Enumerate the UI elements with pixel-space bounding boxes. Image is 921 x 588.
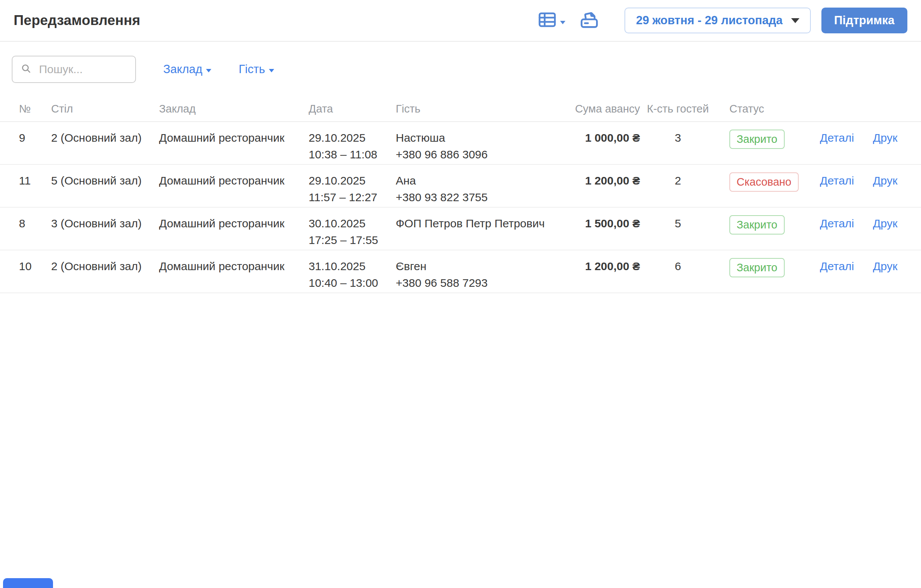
preorders-page: Передзамовлення bbox=[0, 0, 921, 588]
row-date-value: 29.10.2025 bbox=[309, 130, 396, 146]
row-actions-print: Друк bbox=[867, 173, 907, 189]
row-status: Закрито bbox=[716, 215, 805, 235]
row-guest-count: 2 bbox=[640, 173, 716, 189]
col-header-status: Статус bbox=[716, 103, 805, 115]
row-guest: Ана +380 93 822 3755 bbox=[396, 173, 564, 206]
row-guest: Євген +380 96 588 7293 bbox=[396, 258, 564, 292]
chat-widget-button[interactable] bbox=[3, 578, 53, 588]
caret-down-icon bbox=[791, 18, 799, 23]
row-date: 30.10.2025 17:25 – 17:55 bbox=[309, 215, 396, 249]
row-number: 9 bbox=[19, 130, 51, 146]
filter-venue-label: Заклад bbox=[163, 62, 202, 76]
row-venue: Домашний ресторанчик bbox=[159, 215, 309, 232]
row-amount: 1 500,00 ₴ bbox=[564, 215, 640, 232]
search-input[interactable] bbox=[38, 62, 128, 76]
row-date: 31.10.2025 10:40 – 13:00 bbox=[309, 258, 396, 292]
row-guest-count: 5 bbox=[640, 215, 716, 232]
col-header-table: Стіл bbox=[51, 103, 159, 115]
row-actions-print: Друк bbox=[867, 130, 907, 146]
row-time-range: 17:25 – 17:55 bbox=[309, 232, 396, 249]
details-link[interactable]: Деталі bbox=[820, 217, 854, 230]
row-guest-phone: +380 93 822 3755 bbox=[396, 189, 564, 206]
status-badge: Скасовано bbox=[729, 173, 799, 192]
row-number: 8 bbox=[19, 215, 51, 232]
support-button[interactable]: Підтримка bbox=[822, 8, 907, 33]
row-number: 11 bbox=[19, 173, 51, 189]
table-row: 8 3 (Основний зал) Домашний ресторанчик … bbox=[0, 208, 921, 251]
print-link[interactable]: Друк bbox=[873, 217, 898, 230]
table-view-icon bbox=[537, 10, 557, 31]
row-guest-count: 3 bbox=[640, 130, 716, 146]
support-button-label: Підтримка bbox=[834, 14, 895, 27]
row-actions-details: Деталі bbox=[805, 258, 867, 275]
filter-guest-label: Гість bbox=[239, 62, 265, 76]
col-header-amount: Сума авансу bbox=[564, 103, 640, 115]
col-header-num: № bbox=[19, 103, 51, 115]
filter-venue[interactable]: Заклад bbox=[163, 62, 211, 76]
details-link[interactable]: Деталі bbox=[820, 260, 854, 272]
row-date: 29.10.2025 10:38 – 11:08 bbox=[309, 130, 396, 163]
row-number: 10 bbox=[19, 258, 51, 275]
row-guest: ФОП Петров Петр Петрович bbox=[396, 215, 564, 232]
row-actions-print: Друк bbox=[867, 215, 907, 232]
row-table: 3 (Основний зал) bbox=[51, 215, 159, 232]
date-range-label: 29 жовтня - 29 листопада bbox=[636, 14, 783, 27]
status-badge: Закрито bbox=[729, 258, 785, 277]
table-body: 9 2 (Основний зал) Домашний ресторанчик … bbox=[0, 122, 921, 293]
table-row: 9 2 (Основний зал) Домашний ресторанчик … bbox=[0, 122, 921, 165]
row-venue: Домашний ресторанчик bbox=[159, 130, 309, 146]
chevron-down-icon bbox=[560, 21, 565, 24]
row-actions-details: Деталі bbox=[805, 173, 867, 189]
details-link[interactable]: Деталі bbox=[820, 174, 854, 187]
row-table: 2 (Основний зал) bbox=[51, 130, 159, 146]
row-table: 5 (Основний зал) bbox=[51, 173, 159, 189]
chevron-down-icon bbox=[206, 69, 211, 72]
details-link[interactable]: Деталі bbox=[820, 132, 854, 144]
filter-guest[interactable]: Гість bbox=[239, 62, 274, 76]
row-guest-name: Ана bbox=[396, 173, 564, 189]
row-date-value: 30.10.2025 bbox=[309, 215, 396, 232]
row-amount: 1 000,00 ₴ bbox=[564, 130, 640, 146]
row-guest-phone: +380 96 886 3096 bbox=[396, 146, 564, 163]
row-status: Закрито bbox=[716, 258, 805, 277]
row-actions-print: Друк bbox=[867, 258, 907, 275]
date-range-button[interactable]: 29 жовтня - 29 листопада bbox=[625, 8, 810, 33]
row-date-value: 29.10.2025 bbox=[309, 173, 396, 189]
print-link[interactable]: Друк bbox=[873, 132, 898, 144]
row-guest: Настюша +380 96 886 3096 bbox=[396, 130, 564, 163]
row-time-range: 11:57 – 12:27 bbox=[309, 189, 396, 206]
printer-icon bbox=[578, 9, 600, 32]
col-header-guests: К-сть гостей bbox=[640, 103, 716, 115]
row-table: 2 (Основний зал) bbox=[51, 258, 159, 275]
row-date-value: 31.10.2025 bbox=[309, 258, 396, 275]
table-view-button[interactable] bbox=[537, 10, 565, 31]
table-header-row: № Стіл Заклад Дата Гість Сума авансу К-с… bbox=[0, 97, 921, 122]
print-link[interactable]: Друк bbox=[873, 260, 898, 272]
row-venue: Домашний ресторанчик bbox=[159, 258, 309, 275]
search-box[interactable] bbox=[12, 56, 136, 83]
row-guest-phone: +380 96 588 7293 bbox=[396, 275, 564, 292]
row-status: Закрито bbox=[716, 130, 805, 149]
col-header-guest: Гість bbox=[396, 103, 564, 115]
table-row: 10 2 (Основний зал) Домашний ресторанчик… bbox=[0, 251, 921, 293]
row-venue: Домашний ресторанчик bbox=[159, 173, 309, 189]
row-time-range: 10:38 – 11:08 bbox=[309, 146, 396, 163]
search-icon bbox=[20, 62, 32, 76]
preorders-table: № Стіл Заклад Дата Гість Сума авансу К-с… bbox=[0, 97, 921, 293]
row-date: 29.10.2025 11:57 – 12:27 bbox=[309, 173, 396, 206]
print-button[interactable] bbox=[578, 9, 600, 32]
print-link[interactable]: Друк bbox=[873, 174, 898, 187]
row-actions-details: Деталі bbox=[805, 215, 867, 232]
row-status: Скасовано bbox=[716, 173, 805, 192]
row-guest-name: Настюша bbox=[396, 130, 564, 146]
row-guest-count: 6 bbox=[640, 258, 716, 275]
col-header-date: Дата bbox=[309, 103, 396, 115]
top-bar: Передзамовлення bbox=[0, 0, 921, 42]
row-guest-name: ФОП Петров Петр Петрович bbox=[396, 215, 564, 232]
top-bar-actions: 29 жовтня - 29 листопада Підтримка bbox=[537, 8, 907, 33]
row-amount: 1 200,00 ₴ bbox=[564, 258, 640, 275]
table-row: 11 5 (Основний зал) Домашний ресторанчик… bbox=[0, 165, 921, 208]
status-badge: Закрито bbox=[729, 130, 785, 149]
row-actions-details: Деталі bbox=[805, 130, 867, 146]
row-amount: 1 200,00 ₴ bbox=[564, 173, 640, 189]
